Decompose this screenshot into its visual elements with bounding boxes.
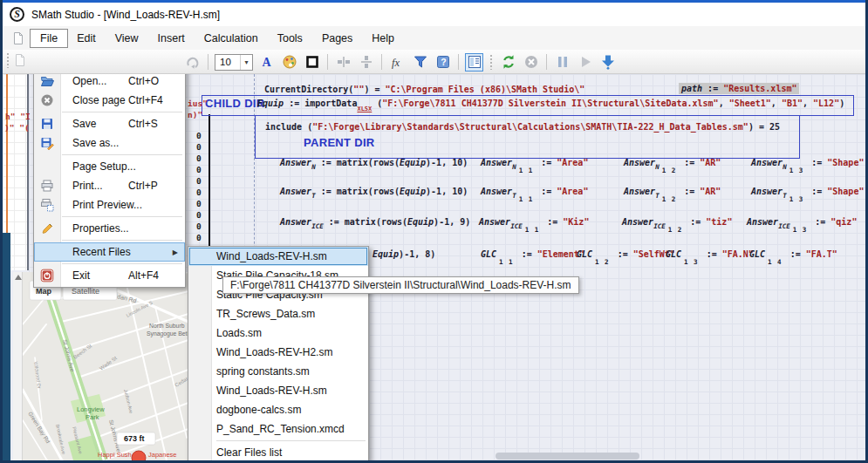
page-icon[interactable] [11,31,25,45]
smath-window: S SMath Studio - [Wind_Loads-REV-H.sm] F… [0,0,868,463]
answer-t-def[interactable]: AnswerT := matrix(rows(Equip)-1, 10) [280,187,468,200]
menu-shortcut: Ctrl+P [128,180,158,192]
parent-dir-label: PARENT DIR [304,136,374,149]
answer-ice-11[interactable]: AnswerICE1 1 := "Kiz" [479,217,589,234]
current-directory[interactable]: CurrentDirectory("") = "C:\Program Files… [264,85,584,94]
clipped-matrix-value: 0 [196,176,202,186]
answer-t-12[interactable]: AnswerT1 2 := "AR" [624,187,721,203]
menu-tools[interactable]: Tools [268,30,312,47]
clipped-matrix-value: 0 [196,233,202,242]
answer-ice-13[interactable]: AnswerICE1 3 := "qiz" [747,217,857,234]
recent-file-item[interactable]: Loads.sm [188,323,368,343]
recent-file-item[interactable]: Wind_Loads-REV-H.sm [188,381,368,400]
align-v-icon[interactable] [357,53,375,71]
recent-file-item[interactable]: Clear Files list [188,443,368,460]
glc-12[interactable]: GLC1 2 := "SelfWt" [577,249,675,266]
help-icon[interactable]: ? [434,53,452,71]
menu-item-open[interactable]: Open...Ctrl+O [34,74,185,91]
menu-item-save-as[interactable]: Save as... [34,133,185,153]
answer-n-13[interactable]: AnswerN1 3 := "Shape" [751,158,864,174]
stop-icon[interactable] [522,53,540,71]
new-page-icon[interactable] [13,53,27,67]
menu-file[interactable]: File [31,30,67,47]
map-road-label: Synagogue Beth [147,330,188,337]
horizontal-scrollbar-thumb[interactable] [496,453,639,460]
glc-13[interactable]: GLC1 3 := "FA.N" [666,249,754,266]
map-road-label: Longview [77,405,105,413]
fontcolor-icon[interactable]: A [257,53,276,71]
menu-pages[interactable]: Pages [312,30,362,47]
answer-t-11[interactable]: AnswerT1 1 := "Area" [481,187,588,203]
menu-shortcut: Ctrl+S [128,118,158,130]
equip-import[interactable]: Equip := importDataXLSX ("F:\Forge\7811 … [257,99,844,112]
panel-icon[interactable] [465,53,483,71]
recent-file-item[interactable]: Wind_Loads-REV-H2.sm [188,343,368,362]
menu-item-exit[interactable]: ExitAlt+F4 [34,266,185,285]
menu-item-page-setup[interactable]: Page Setup... [34,157,185,176]
include-tables[interactable]: include ("F:\Forge\Library\Standards\Str… [265,122,780,132]
recent-file-item[interactable]: spring constants.sm [188,362,368,381]
palette-icon[interactable] [280,53,298,71]
glc-def-fragment[interactable]: Equip)-1, 8) [372,249,435,259]
toolbar-drag-handle[interactable] [6,52,10,68]
menu-item-label: Open... [72,75,106,87]
path-assignment[interactable]: path := "Results.xlsm" [679,83,799,94]
menu-item-print[interactable]: Print...Ctrl+P [34,176,185,195]
glc-11[interactable]: GLC1 1 := "Element" [481,249,584,266]
window-edge [3,233,10,460]
border-icon[interactable] [303,53,321,71]
font-size-combo[interactable]: 10▾ [215,54,253,71]
menu-edit[interactable]: Edit [67,30,106,47]
recent-file-item[interactable]: P_Sand_RC_Tension.xmcd [188,419,368,439]
clipped-matrix-value: 0 [196,187,202,197]
recent-file-item[interactable]: dogbone-calcs.sm [188,400,368,419]
poi-marker-icon[interactable] [132,451,146,460]
recent-file-item[interactable]: Wind_Loads-REV-H.sm [188,247,368,266]
preview-icon [34,198,60,212]
menu-view[interactable]: View [106,30,148,47]
poi-label: Japanese [148,451,177,459]
map-image[interactable]: Sheridan RdLincoln Ave SNorth SuburbSyna… [23,272,188,460]
window-title: SMath Studio - [Wind_Loads-REV-H.sm] [31,9,220,21]
function-icon[interactable]: fx [388,53,407,71]
answer-t-13[interactable]: AnswerT1 3 := "Shape" [751,187,864,203]
toolbar-separator [381,54,382,70]
menu-insert[interactable]: Insert [148,30,195,47]
clipped-matrix-value: 0 [196,131,202,140]
answer-ice-12[interactable]: AnswerICE1 2 := "tiz" [622,217,732,234]
toolbar-separator [208,54,208,70]
chevron-down-icon[interactable]: ▾ [240,55,252,70]
map-panel: Sheridan RdLincoln Ave SNorth SuburbSyna… [13,272,188,460]
menu-calculation[interactable]: Calculation [195,30,268,47]
redo-icon[interactable] [183,53,202,71]
menu-item-close-page[interactable]: Close pageCtrl+F4 [34,91,185,110]
menu-item-save[interactable]: SaveCtrl+S [34,114,185,133]
answer-n-12[interactable]: AnswerN1 2 := "AR" [624,158,721,174]
child-dir-label: CHILD DIR [205,97,264,110]
menu-item-label: Print... [72,180,103,192]
glc-14[interactable]: GLC1 4 := "FA.T" [749,249,837,266]
toolbar: 10▾Afx? [3,50,865,74]
title-bar: S SMath Studio - [Wind_Loads-REV-H.sm] [3,0,865,26]
recalculate-icon[interactable] [499,53,517,71]
answer-n-def[interactable]: AnswerN := matrix(rows(Equip)-1, 10) [280,158,468,171]
answer-n-11[interactable]: AnswerN1 1 := "Area" [481,158,588,174]
pencil-icon [34,221,60,235]
run-icon[interactable] [576,53,594,71]
menu-help[interactable]: Help [362,30,404,47]
menu-bar: FileEditViewInsertCalculationToolsPagesH… [3,26,865,50]
clipped-matrix-value: 0 [196,221,202,231]
menu-item-recent-files[interactable]: Recent Files▶ [34,242,185,262]
annotation-leader-line [208,114,210,248]
menu-item-properties[interactable]: Properties... [34,219,185,238]
vertical-scrollbar[interactable] [13,272,23,460]
filter-icon[interactable] [411,53,429,71]
answer-ice-def[interactable]: AnswerICE := matrix(rows(Equip)-1, 9) [280,217,470,230]
align-h-icon[interactable] [334,53,352,71]
pause-icon[interactable] [553,53,571,71]
menu-item-print-preview[interactable]: Print Preview... [34,195,185,214]
poi-label: Happi Sush [98,451,132,459]
recent-file-item[interactable]: TR_Screws_Data.sm [188,304,368,323]
scroll-up-icon[interactable] [15,275,22,280]
step-icon[interactable] [598,53,617,71]
